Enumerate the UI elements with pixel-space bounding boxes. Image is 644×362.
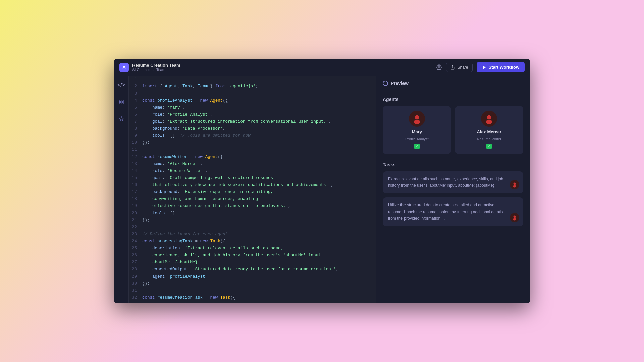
line-content: goal: 'Extract structured information fr… [142,118,376,125]
line-number: 16 [129,182,142,189]
code-line: 28 expectedOutput: 'Structured data read… [129,266,376,273]
svg-point-11 [487,115,491,120]
code-line: 3 [129,90,376,97]
line-content [142,146,376,154]
line-number: 20 [129,210,142,217]
agent-name-mary: Mary [412,129,422,134]
line-content: copywriting, and human resources, enabli… [142,196,376,203]
line-content: effective resume design that stands out … [142,203,376,210]
code-line: 22 [129,224,376,231]
agent-badge-mary: ✓ [414,144,420,149]
preview-content: Agents Mary Profile Analyst ✓ [376,91,530,236]
agents-section-title: Agents [383,97,523,102]
app-window: A Resume Creation Team AI Champions Team [114,59,530,303]
settings-button[interactable] [436,64,442,70]
code-line: 15 goal: `Craft compelling, well-structu… [129,175,376,182]
sidebar: </> [114,76,129,303]
line-number: 19 [129,203,142,210]
line-number: 5 [129,104,142,111]
line-number: 12 [129,154,142,161]
code-line: 4 const profileAnalyst = new Agent({ [129,97,376,104]
line-number: 13 [129,161,142,168]
preview-icon [383,81,388,86]
code-line: 23 // Define the tasks for each agent [129,231,376,238]
header-title: Resume Creation Team AI Champions Team [132,63,180,72]
code-line: 9 tools: [] // Tools are omitted for now [129,132,376,139]
line-content: }); [142,280,376,287]
line-number: 23 [129,231,142,238]
line-number: 25 [129,245,142,252]
sidebar-icon-sparkle[interactable] [116,114,126,124]
line-content: }); [142,217,376,224]
line-number: 11 [129,146,142,154]
header: A Resume Creation Team AI Champions Team [114,59,530,76]
line-number: 28 [129,266,142,273]
line-number: 18 [129,196,142,203]
task-text-2: Utilize the structured data to create a … [388,202,518,222]
code-line: 30 }); [129,280,376,287]
line-number: 29 [129,273,142,280]
line-number: 9 [129,132,142,139]
line-content: role: 'Resume Writer', [142,168,376,175]
line-content [142,224,376,231]
code-line: 33 description: `Utilize the structured … [129,301,376,303]
agent-card-alex: Alex Mercer Resume Writer ✓ [455,106,524,154]
svg-rect-5 [119,102,121,104]
line-number: 7 [129,118,142,125]
preview-title: Preview [391,81,409,86]
start-workflow-label: Start Workflow [489,65,520,70]
agent-card-mary: Mary Profile Analyst ✓ [383,106,451,154]
line-content: const resumeCreationTask = new Task({ [142,294,376,301]
agents-grid: Mary Profile Analyst ✓ Alex Mercer [383,106,523,154]
start-workflow-button[interactable]: Start Workflow [477,62,525,72]
line-content: background: `Extensive experience in rec… [142,189,376,196]
line-content: aboutMe: {aboutMe}`, [142,259,376,266]
line-content: const profileAnalyst = new Agent({ [142,97,376,104]
code-line: 7 goal: 'Extract structured information … [129,118,376,125]
task-text-1: Extract relevant details such as name, e… [388,176,518,189]
code-line: 14 role: 'Resume Writer', [129,168,376,175]
svg-point-9 [414,120,420,124]
code-line: 13 name: 'Alex Mercer', [129,161,376,168]
code-line: 17 background: `Extensive experience in … [129,189,376,196]
line-content: expectedOutput: 'Structured data ready t… [142,266,376,273]
svg-point-18 [513,218,516,220]
app-title: Resume Creation Team [132,63,180,68]
svg-point-8 [415,115,419,120]
task-avatar-2 [510,213,519,222]
sidebar-icon-grid[interactable] [116,97,126,107]
line-number: 10 [129,139,142,146]
line-number: 26 [129,252,142,259]
sidebar-icon-code[interactable]: </> [116,80,126,90]
line-content: description: `Extract relevant details s… [142,245,376,252]
line-number: 3 [129,90,142,97]
line-content [142,287,376,294]
line-number: 27 [129,259,142,266]
code-line: 2 import { Agent, Task, Team } from 'age… [129,83,376,90]
task-card-1: Extract relevant details such as name, e… [383,171,523,193]
svg-point-17 [514,215,516,218]
code-line: 20 tools: [] [129,210,376,217]
code-editor[interactable]: 1 2 import { Agent, Task, Team } from 'a… [129,76,376,303]
line-content: tools: [] [142,210,376,217]
code-line: 24 const processingTask = new Task({ [129,238,376,245]
agent-badge-alex: ✓ [486,144,492,149]
line-content: role: 'Profile Analyst', [142,111,376,118]
line-number: 14 [129,168,142,175]
code-line: 27 aboutMe: {aboutMe}`, [129,259,376,266]
agent-role-mary: Profile Analyst [405,137,429,141]
code-line: 10 }); [129,139,376,146]
line-number: 22 [129,224,142,231]
code-line: 5 name: 'Mary', [129,104,376,111]
code-line: 6 role: 'Profile Analyst', [129,111,376,118]
svg-rect-3 [119,100,121,102]
line-content: background: 'Data Processor', [142,125,376,132]
share-button[interactable]: Share [446,63,472,72]
app-subtitle: AI Champions Team [132,68,180,72]
line-number: 30 [129,280,142,287]
line-content: name: 'Mary', [142,104,376,111]
line-content: that effectively showcase job seekers qu… [142,182,376,189]
line-content: name: 'Alex Mercer', [142,161,376,168]
line-content [142,90,376,97]
line-number: 33 [129,301,142,303]
